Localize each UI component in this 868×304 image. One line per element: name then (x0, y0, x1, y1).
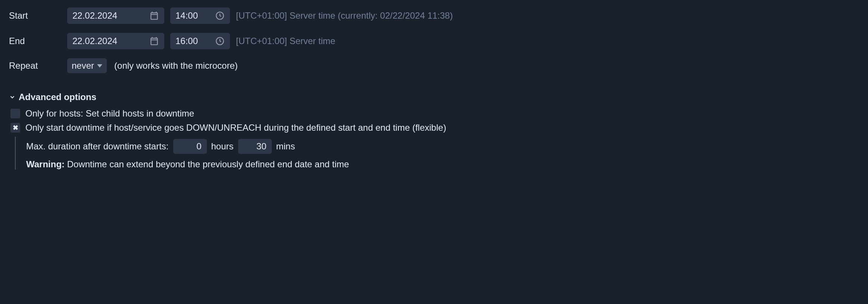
clock-icon (215, 36, 225, 46)
end-hint: [UTC+01:00] Server time (236, 36, 335, 46)
end-date-value: 22.02.2024 (72, 36, 117, 46)
calendar-icon (149, 11, 159, 21)
child-hosts-row: Only for hosts: Set child hosts in downt… (10, 108, 859, 119)
advanced-title: Advanced options (19, 92, 96, 102)
calendar-icon (149, 36, 159, 46)
advanced-toggle[interactable]: Advanced options (9, 92, 859, 102)
start-hint: [UTC+01:00] Server time (currently: 02/2… (236, 10, 453, 21)
duration-row: Max. duration after downtime starts: 0 h… (26, 139, 859, 154)
warning-label: Warning: (26, 159, 65, 169)
advanced-section: Advanced options Only for hosts: Set chi… (9, 92, 859, 170)
end-row: End 22.02.2024 16:00 [UTC+01:00] Server … (9, 33, 859, 49)
end-label: End (9, 36, 61, 46)
repeat-label: Repeat (9, 61, 61, 71)
chevron-down-icon (9, 94, 16, 100)
flexible-row: Only start downtime if host/service goes… (10, 122, 859, 133)
start-date-value: 22.02.2024 (72, 10, 117, 21)
end-date-input[interactable]: 22.02.2024 (67, 33, 164, 49)
start-label: Start (9, 10, 61, 21)
start-date-input[interactable]: 22.02.2024 (67, 7, 164, 24)
repeat-value: never (72, 61, 94, 71)
repeat-row: Repeat never (only works with the microc… (9, 58, 859, 73)
duration-hours-input[interactable]: 0 (173, 139, 207, 154)
start-time-input[interactable]: 14:00 (170, 7, 230, 24)
flexible-details: Max. duration after downtime starts: 0 h… (15, 137, 859, 170)
duration-label: Max. duration after downtime starts: (26, 141, 169, 152)
repeat-select[interactable]: never (67, 58, 107, 73)
end-time-value: 16:00 (175, 36, 198, 46)
flexible-label: Only start downtime if host/service goes… (25, 122, 446, 133)
chevron-down-icon (97, 64, 102, 68)
duration-hours-value: 0 (196, 141, 201, 152)
start-row: Start 22.02.2024 14:00 [UTC+01:00] Serve… (9, 7, 859, 24)
hours-unit: hours (211, 141, 234, 152)
start-time-value: 14:00 (175, 10, 198, 21)
duration-mins-value: 30 (256, 141, 267, 152)
warning-text: Downtime can extend beyond the previousl… (65, 159, 349, 169)
child-hosts-checkbox[interactable] (10, 109, 20, 118)
warning-row: Warning: Downtime can extend beyond the … (26, 159, 859, 170)
mins-unit: mins (276, 141, 295, 152)
end-time-input[interactable]: 16:00 (170, 33, 230, 49)
repeat-hint: (only works with the microcore) (114, 61, 238, 71)
duration-mins-input[interactable]: 30 (238, 139, 272, 154)
child-hosts-label: Only for hosts: Set child hosts in downt… (25, 108, 194, 119)
clock-icon (215, 11, 225, 21)
flexible-checkbox[interactable] (10, 123, 20, 133)
